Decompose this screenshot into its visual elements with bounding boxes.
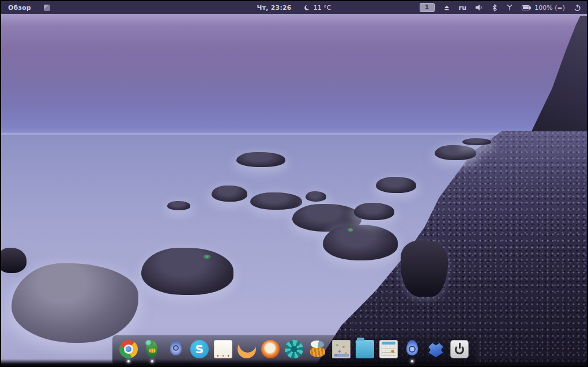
dock-item-calculator[interactable] [378, 338, 399, 361]
rock-shape [250, 192, 302, 210]
running-indicator [127, 360, 130, 362]
dock-item-deluge[interactable] [401, 338, 423, 361]
volume-icon[interactable] [475, 4, 483, 11]
sky [1, 14, 587, 135]
green-dragon-icon [145, 340, 160, 358]
rock-shape [236, 152, 285, 167]
rock-shape [376, 177, 416, 193]
dock-item-orange-basket-app[interactable] [307, 338, 329, 361]
blue-droplet-icon [167, 340, 185, 358]
dock-item-teal-knot-app[interactable] [283, 338, 305, 361]
dock-item-orange-crescent-app[interactable] [236, 338, 258, 361]
rock-shape [212, 186, 247, 202]
moon-icon [304, 5, 311, 11]
dock-item-chromium[interactable] [118, 338, 140, 361]
keyboard-layout-indicator[interactable]: ru [459, 4, 467, 12]
basket-top [311, 340, 324, 348]
dock-item-green-dragon-app[interactable] [141, 338, 163, 361]
dock-item-dropbox[interactable] [425, 338, 447, 361]
battery-indicator[interactable]: 100% (=) [522, 4, 565, 12]
top-bar-left: Обзор [8, 4, 50, 12]
rock-shape [354, 203, 394, 220]
rock-shape [12, 263, 138, 343]
skype-icon: S [190, 340, 209, 358]
droplet-shape [406, 340, 418, 355]
workspace-indicator[interactable]: 1 [420, 3, 435, 12]
blue-box-icon [427, 342, 444, 358]
moss-speck [347, 228, 354, 232]
dock-item-blue-droplet-app[interactable] [165, 338, 187, 361]
bluetooth-icon[interactable] [492, 4, 497, 12]
wallpaper: S [1, 14, 587, 366]
firefox-icon [261, 340, 280, 358]
power-icon[interactable] [574, 4, 581, 12]
running-indicator [411, 360, 413, 362]
dock-item-white-document-app[interactable] [212, 338, 234, 361]
battery-full-icon [522, 5, 532, 10]
network-icon[interactable] [506, 4, 513, 11]
dock-item-gray-mosaic-app[interactable] [330, 338, 352, 361]
top-bar-right: 1 ru 100% (=) [420, 3, 581, 12]
clock[interactable]: Чт, 23:26 [257, 4, 292, 12]
rock-shape [141, 248, 233, 295]
rock-shape [401, 240, 448, 297]
battery-label: 100% (=) [534, 4, 565, 12]
rock-shape [462, 138, 491, 145]
dragon-belly [149, 349, 156, 353]
eject-icon[interactable] [443, 4, 450, 11]
dock-item-file-manager[interactable] [354, 338, 376, 361]
water-drop-icon [403, 340, 421, 358]
top-bar: Обзор Чт, 23:26 11 °C 1 ru [1, 1, 587, 14]
rock-shape [306, 191, 326, 202]
orange-basket-icon [309, 340, 326, 358]
dock: S [112, 335, 476, 365]
calculator-icon [379, 340, 398, 358]
blue-folder-icon [356, 340, 374, 358]
desktop-screen: Обзор Чт, 23:26 11 °C 1 ru [0, 0, 588, 367]
dock-item-firefox[interactable] [259, 338, 281, 361]
top-bar-center: Чт, 23:26 11 °C [257, 4, 331, 12]
app-indicator-icon[interactable] [44, 5, 50, 11]
rock-shape [1, 248, 27, 273]
basket-base [310, 347, 325, 357]
rock-shape [167, 201, 190, 210]
skype-letter: S [195, 343, 203, 355]
gray-mosaic-icon [332, 340, 350, 358]
dock-item-skype[interactable]: S [189, 338, 210, 361]
dragon-head [145, 340, 153, 346]
moss-speck [203, 255, 211, 259]
rock-shape [435, 145, 476, 160]
orange-crescent-icon [236, 339, 257, 359]
rock-shape [323, 225, 398, 260]
dock-item-power-button-app[interactable] [448, 338, 470, 361]
activities-button[interactable]: Обзор [8, 4, 31, 12]
weather-indicator[interactable]: 11 °C [304, 4, 331, 12]
white-document-icon [214, 340, 232, 358]
droplet-shape [170, 340, 182, 355]
power-square-icon [450, 340, 469, 358]
running-indicator [151, 360, 153, 362]
chromium-icon [119, 340, 138, 358]
temperature-label: 11 °C [314, 4, 331, 12]
teal-knot-icon [285, 340, 303, 358]
